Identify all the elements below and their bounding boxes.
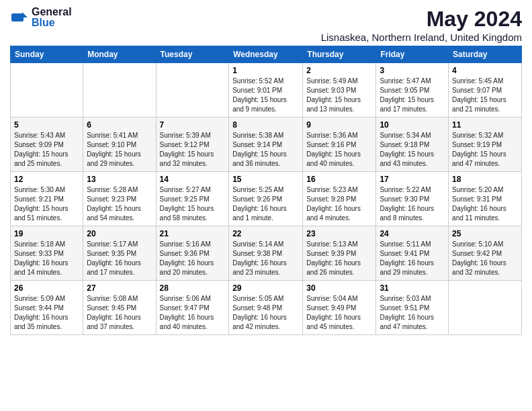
calendar-cell: 27Sunrise: 5:08 AM Sunset: 9:45 PM Dayli… [83, 281, 156, 335]
day-info: Sunrise: 5:27 AM Sunset: 9:25 PM Dayligh… [160, 185, 226, 223]
day-info: Sunrise: 5:49 AM Sunset: 9:03 PM Dayligh… [306, 77, 372, 114]
title-area: May 2024 Lisnaskea, Northern Ireland, Un… [321, 7, 522, 43]
day-number: 21 [160, 229, 226, 238]
day-info: Sunrise: 5:16 AM Sunset: 9:36 PM Dayligh… [160, 240, 226, 277]
day-number: 28 [160, 283, 226, 293]
day-number: 8 [232, 120, 299, 130]
calendar-cell: 2Sunrise: 5:49 AM Sunset: 9:03 PM Daylig… [303, 63, 376, 118]
calendar-cell: 23Sunrise: 5:13 AM Sunset: 9:39 PM Dayli… [303, 226, 376, 281]
day-info: Sunrise: 5:05 AM Sunset: 9:48 PM Dayligh… [232, 294, 299, 332]
header-sunday: Sunday [11, 46, 83, 63]
calendar-week-5: 26Sunrise: 5:09 AM Sunset: 9:44 PM Dayli… [11, 281, 522, 335]
calendar-cell: 16Sunrise: 5:23 AM Sunset: 9:28 PM Dayli… [303, 172, 376, 226]
calendar-cell: 20Sunrise: 5:17 AM Sunset: 9:35 PM Dayli… [83, 226, 156, 281]
day-info: Sunrise: 5:06 AM Sunset: 9:47 PM Dayligh… [160, 294, 226, 332]
calendar-cell: 30Sunrise: 5:04 AM Sunset: 9:49 PM Dayli… [303, 281, 376, 335]
day-number: 23 [306, 229, 372, 238]
calendar-week-2: 5Sunrise: 5:43 AM Sunset: 9:09 PM Daylig… [11, 118, 522, 172]
day-number: 12 [14, 175, 79, 184]
calendar-cell: 9Sunrise: 5:36 AM Sunset: 9:16 PM Daylig… [303, 118, 376, 172]
day-info: Sunrise: 5:22 AM Sunset: 9:30 PM Dayligh… [380, 185, 445, 223]
calendar-cell: 3Sunrise: 5:47 AM Sunset: 9:05 PM Daylig… [376, 63, 449, 118]
day-number: 13 [87, 175, 152, 184]
day-number: 25 [452, 229, 518, 238]
calendar-week-4: 19Sunrise: 5:18 AM Sunset: 9:33 PM Dayli… [11, 226, 522, 281]
day-info: Sunrise: 5:47 AM Sunset: 9:05 PM Dayligh… [380, 77, 445, 114]
calendar-cell: 24Sunrise: 5:11 AM Sunset: 9:41 PM Dayli… [376, 226, 449, 281]
day-number: 16 [306, 175, 372, 184]
day-info: Sunrise: 5:41 AM Sunset: 9:10 PM Dayligh… [87, 131, 152, 169]
day-info: Sunrise: 5:20 AM Sunset: 9:31 PM Dayligh… [452, 185, 518, 223]
calendar-cell: 4Sunrise: 5:45 AM Sunset: 9:07 PM Daylig… [449, 63, 522, 118]
calendar-cell: 17Sunrise: 5:22 AM Sunset: 9:30 PM Dayli… [376, 172, 449, 226]
calendar-cell: 8Sunrise: 5:38 AM Sunset: 9:14 PM Daylig… [229, 118, 303, 172]
calendar-cell: 26Sunrise: 5:09 AM Sunset: 9:44 PM Dayli… [11, 281, 83, 335]
day-info: Sunrise: 5:34 AM Sunset: 9:18 PM Dayligh… [380, 131, 445, 169]
calendar-cell: 25Sunrise: 5:10 AM Sunset: 9:42 PM Dayli… [449, 226, 522, 281]
day-info: Sunrise: 5:03 AM Sunset: 9:51 PM Dayligh… [380, 294, 445, 332]
logo: General Blue [10, 7, 72, 28]
calendar-header-row: SundayMondayTuesdayWednesdayThursdayFrid… [11, 46, 522, 63]
calendar-table: SundayMondayTuesdayWednesdayThursdayFrid… [10, 46, 522, 335]
calendar-cell: 21Sunrise: 5:16 AM Sunset: 9:36 PM Dayli… [156, 226, 229, 281]
day-info: Sunrise: 5:32 AM Sunset: 9:19 PM Dayligh… [452, 131, 518, 169]
day-info: Sunrise: 5:28 AM Sunset: 9:23 PM Dayligh… [87, 185, 152, 223]
day-number: 17 [380, 175, 445, 184]
calendar-cell: 1Sunrise: 5:52 AM Sunset: 9:01 PM Daylig… [229, 63, 303, 118]
calendar-cell: 22Sunrise: 5:14 AM Sunset: 9:38 PM Dayli… [229, 226, 303, 281]
day-number: 19 [14, 229, 79, 238]
day-number: 30 [306, 283, 372, 293]
calendar-cell: 10Sunrise: 5:34 AM Sunset: 9:18 PM Dayli… [376, 118, 449, 172]
day-info: Sunrise: 5:23 AM Sunset: 9:28 PM Dayligh… [306, 185, 372, 223]
day-info: Sunrise: 5:17 AM Sunset: 9:35 PM Dayligh… [87, 240, 152, 277]
calendar-cell [156, 63, 229, 118]
calendar-cell [11, 63, 83, 118]
calendar-cell: 28Sunrise: 5:06 AM Sunset: 9:47 PM Dayli… [156, 281, 229, 335]
day-info: Sunrise: 5:13 AM Sunset: 9:39 PM Dayligh… [306, 240, 372, 277]
day-info: Sunrise: 5:08 AM Sunset: 9:45 PM Dayligh… [87, 294, 152, 332]
day-info: Sunrise: 5:14 AM Sunset: 9:38 PM Dayligh… [232, 240, 299, 277]
calendar-cell: 7Sunrise: 5:39 AM Sunset: 9:12 PM Daylig… [156, 118, 229, 172]
day-number: 27 [87, 283, 152, 293]
day-number: 7 [160, 120, 226, 130]
day-number: 18 [452, 175, 518, 184]
day-number: 15 [232, 175, 299, 184]
day-number: 14 [160, 175, 226, 184]
calendar-cell: 19Sunrise: 5:18 AM Sunset: 9:33 PM Dayli… [11, 226, 83, 281]
svg-rect-0 [11, 13, 24, 21]
day-number: 29 [232, 283, 299, 293]
calendar-cell [449, 281, 522, 335]
day-info: Sunrise: 5:04 AM Sunset: 9:49 PM Dayligh… [306, 294, 372, 332]
header-tuesday: Tuesday [156, 46, 229, 63]
calendar-cell: 11Sunrise: 5:32 AM Sunset: 9:19 PM Dayli… [449, 118, 522, 172]
day-info: Sunrise: 5:52 AM Sunset: 9:01 PM Dayligh… [232, 77, 299, 114]
month-title: May 2024 [321, 7, 522, 32]
day-number: 9 [306, 120, 372, 130]
day-number: 24 [380, 229, 445, 238]
day-number: 3 [380, 66, 445, 75]
calendar-cell: 29Sunrise: 5:05 AM Sunset: 9:48 PM Dayli… [229, 281, 303, 335]
day-info: Sunrise: 5:18 AM Sunset: 9:33 PM Dayligh… [14, 240, 79, 277]
day-info: Sunrise: 5:25 AM Sunset: 9:26 PM Dayligh… [232, 185, 299, 223]
day-number: 6 [87, 120, 152, 130]
calendar-cell: 14Sunrise: 5:27 AM Sunset: 9:25 PM Dayli… [156, 172, 229, 226]
day-info: Sunrise: 5:11 AM Sunset: 9:41 PM Dayligh… [380, 240, 445, 277]
logo-general: General [32, 7, 72, 17]
day-number: 10 [380, 120, 445, 130]
calendar-week-3: 12Sunrise: 5:30 AM Sunset: 9:21 PM Dayli… [11, 172, 522, 226]
header-wednesday: Wednesday [229, 46, 303, 63]
calendar-cell: 13Sunrise: 5:28 AM Sunset: 9:23 PM Dayli… [83, 172, 156, 226]
header-thursday: Thursday [303, 46, 376, 63]
day-number: 26 [14, 283, 79, 293]
header-friday: Friday [376, 46, 449, 63]
calendar-cell: 5Sunrise: 5:43 AM Sunset: 9:09 PM Daylig… [11, 118, 83, 172]
day-number: 22 [232, 229, 299, 238]
svg-marker-1 [22, 12, 28, 17]
day-number: 31 [380, 283, 445, 293]
logo-icon [10, 8, 29, 27]
day-info: Sunrise: 5:38 AM Sunset: 9:14 PM Dayligh… [232, 131, 299, 169]
day-info: Sunrise: 5:10 AM Sunset: 9:42 PM Dayligh… [452, 240, 518, 277]
header-monday: Monday [83, 46, 156, 63]
day-number: 4 [452, 66, 518, 75]
day-number: 1 [232, 66, 299, 75]
